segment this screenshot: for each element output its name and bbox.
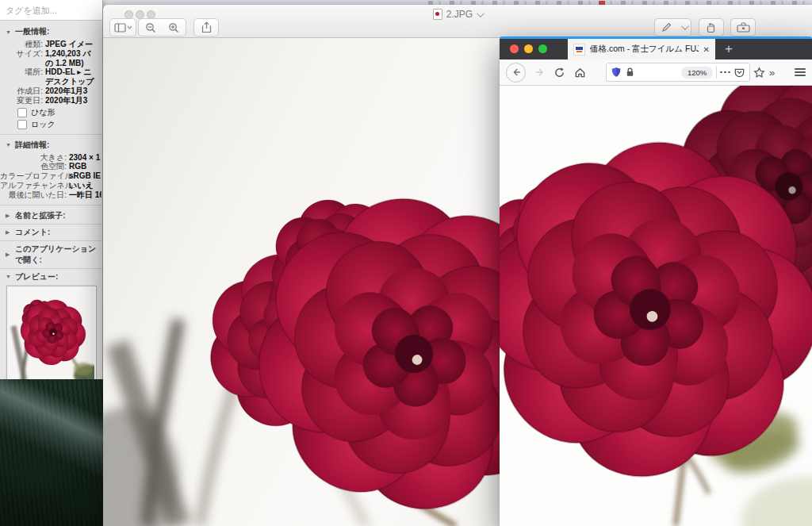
info-value: いいえ: [69, 181, 102, 190]
overflow-menu-icon[interactable]: »: [769, 67, 775, 79]
chevron-down-icon: [680, 22, 688, 30]
disclosure-closed-icon[interactable]: ▶: [6, 229, 12, 236]
disclosure-open-icon[interactable]: ▼: [6, 142, 12, 148]
pocket-icon[interactable]: [733, 67, 745, 79]
star-icon: [753, 67, 765, 79]
divider: [0, 205, 102, 205]
page-actions-icon[interactable]: [720, 71, 730, 74]
reload-icon: [553, 67, 565, 79]
browser-tab-active[interactable]: 価格.com - 富士フイルム FUJIFIL ✕: [568, 39, 715, 60]
browser-navigation-bar: 120% »: [500, 60, 812, 86]
lock-icon[interactable]: [625, 67, 635, 78]
section-title: 詳細情報:: [15, 140, 49, 151]
checkbox-icon[interactable]: [17, 108, 27, 117]
checkbox-label: ロック: [31, 120, 56, 129]
info-row: 種類: JPEG イメー: [0, 40, 102, 49]
checkbox-icon[interactable]: [17, 120, 27, 129]
info-row: 変更日: 2020年1月3: [0, 96, 102, 106]
firefox-browser-window: 価格.com - 富士フイルム FUJIFIL ✕ +: [500, 36, 812, 526]
divider: [0, 268, 102, 269]
forward-arrow-icon: [533, 67, 545, 78]
info-label: 場所:: [0, 67, 43, 77]
info-value: JPEG イメー: [45, 40, 102, 49]
zoom-in-button[interactable]: [162, 18, 186, 36]
zoom-out-icon: [145, 22, 156, 33]
info-value: sRGB IE: [69, 171, 102, 181]
markup-dropdown-button[interactable]: [676, 18, 691, 36]
info-row: 作成日: 2020年1月3: [0, 86, 102, 96]
window-title-text: 2.JPG: [446, 9, 473, 20]
locked-row: ロック: [17, 120, 102, 129]
section-preview[interactable]: ▼ プレビュー:: [0, 271, 102, 282]
section-more-info[interactable]: ▼ 詳細情報:: [0, 140, 102, 151]
zoom-window-button[interactable]: [538, 44, 547, 53]
thumbnail-rose-image: [7, 286, 94, 379]
bookmark-star-button[interactable]: [750, 62, 768, 83]
info-value: 2020年1月3: [45, 96, 102, 106]
info-value: 2020年1月3: [45, 86, 102, 96]
share-button[interactable]: [193, 18, 219, 36]
info-label: 変更日:: [0, 96, 43, 106]
info-label: サイズ:: [0, 49, 43, 59]
section-open-with[interactable]: ▶ このアプリケーションで開く:: [0, 244, 102, 266]
info-value: 2304 × 1: [69, 153, 102, 163]
disclosure-closed-icon[interactable]: ▶: [6, 213, 12, 219]
disclosure-open-icon[interactable]: ▼: [6, 274, 12, 279]
hamburger-menu-button[interactable]: [795, 68, 806, 76]
info-label: 最後に開いた日:: [0, 190, 67, 200]
section-general-info[interactable]: ▼ 一般情報:: [0, 26, 102, 37]
sidebar-toggle-button[interactable]: [109, 18, 136, 36]
section-title: このアプリケーションで開く:: [15, 244, 97, 266]
webpage-rose-photo: [500, 86, 812, 526]
divider: [0, 134, 102, 135]
info-value: RGB: [69, 162, 102, 171]
info-row: カラープロファイル: sRGB IE: [0, 171, 102, 181]
title-chevron-icon[interactable]: [477, 10, 485, 17]
info-label: [0, 77, 43, 86]
browser-viewport: [500, 86, 812, 526]
checkbox-label: ひな形: [31, 108, 55, 117]
markup-toolbox-button[interactable]: [730, 18, 756, 36]
minimize-window-button[interactable]: [524, 44, 533, 53]
pencil-icon: [661, 22, 672, 33]
info-label: カラープロファイル:: [0, 171, 67, 181]
info-row: 大きさ: 2304 × 1: [0, 153, 102, 163]
divider: [0, 240, 102, 241]
home-icon: [574, 67, 586, 79]
back-button[interactable]: [506, 63, 526, 83]
info-row: の 1.2 MB): [0, 59, 102, 68]
share-icon: [201, 21, 212, 33]
url-bar[interactable]: 120%: [606, 63, 750, 82]
page-zoom-badge[interactable]: 120%: [681, 67, 713, 79]
section-name-extension[interactable]: ▶ 名前と拡張子:: [0, 210, 102, 221]
info-row: 色空間: RGB: [0, 162, 102, 171]
document-proxy-icon[interactable]: [433, 9, 442, 20]
disclosure-closed-icon[interactable]: ▶: [6, 251, 12, 258]
rotate-button[interactable]: [699, 18, 724, 36]
tracking-protection-shield-icon[interactable]: [611, 66, 622, 79]
new-tab-button[interactable]: +: [725, 41, 733, 57]
info-row: 最後に開いた日: 一昨日 16: [0, 190, 102, 200]
toolbox-icon: [737, 22, 750, 33]
zoom-in-icon: [168, 22, 179, 33]
section-comments[interactable]: ▶ コメント:: [0, 227, 102, 238]
info-value: HDD-EL ▸ ニ: [45, 67, 102, 77]
info-row: デスクトップ: [0, 77, 102, 86]
home-button[interactable]: [569, 62, 590, 83]
tab-close-icon[interactable]: ✕: [703, 45, 710, 54]
reload-button[interactable]: [549, 62, 569, 83]
zoom-out-button[interactable]: [138, 18, 163, 36]
forward-button[interactable]: [528, 62, 549, 83]
tag-input[interactable]: [0, 0, 102, 21]
divider: [0, 224, 102, 225]
info-value: 一昨日 16: [69, 190, 102, 200]
finder-get-info-panel: ▼ 一般情報: 種類: JPEG イメー サイズ: 1,240,203 バ の …: [0, 0, 103, 379]
info-row: アルファチャンネル: いいえ: [0, 181, 102, 190]
close-window-button[interactable]: [510, 44, 519, 53]
rotate-icon: [706, 22, 718, 33]
info-label: 大きさ:: [0, 153, 67, 163]
section-title: プレビュー:: [15, 271, 58, 282]
markup-pencil-button[interactable]: [654, 18, 678, 36]
divider: [716, 66, 717, 79]
disclosure-open-icon[interactable]: ▼: [6, 29, 12, 35]
